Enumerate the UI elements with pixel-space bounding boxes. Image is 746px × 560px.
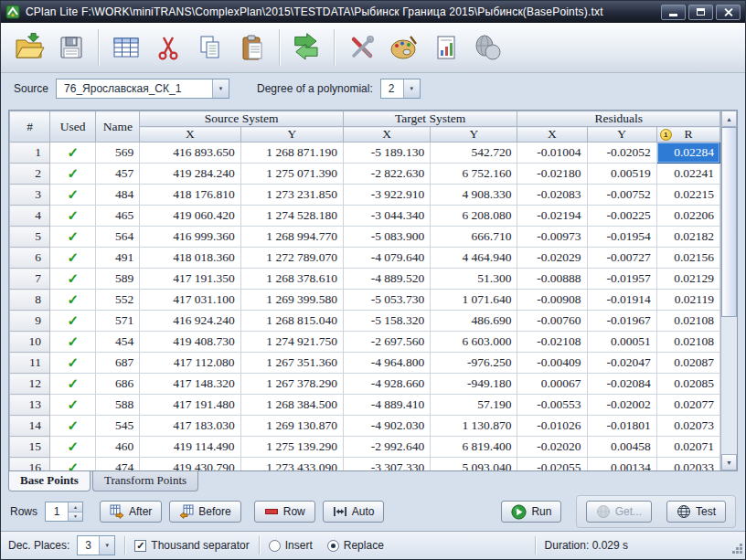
cell-name[interactable]: 686: [96, 374, 140, 395]
cell-ty[interactable]: 57.190: [431, 395, 517, 416]
dec-places-combobox[interactable]: 3 ▼: [77, 535, 115, 555]
cell-ry[interactable]: -0.02002: [587, 395, 656, 416]
paste-button[interactable]: [231, 26, 273, 69]
cell-sy[interactable]: 1 268 815.040: [240, 311, 343, 332]
cell-r[interactable]: 0.02206: [656, 206, 719, 227]
cell-ry[interactable]: -0.01957: [587, 269, 656, 290]
used-check-icon[interactable]: ✓: [50, 206, 96, 227]
cell-tx[interactable]: -4 889.520: [343, 269, 430, 290]
used-check-icon[interactable]: ✓: [50, 332, 96, 353]
cell-ry[interactable]: -0.01914: [587, 290, 656, 311]
cell-rx[interactable]: -0.00973: [517, 227, 587, 248]
row-index-cell[interactable]: 10: [10, 332, 50, 353]
column-group-residuals[interactable]: Residuals: [517, 111, 720, 127]
cell-rx[interactable]: -0.02194: [517, 206, 587, 227]
cell-sx[interactable]: 416 924.240: [140, 311, 240, 332]
get-button[interactable]: Get...: [586, 501, 652, 523]
cell-name[interactable]: 460: [96, 437, 140, 458]
cell-tx[interactable]: -5 083.900: [343, 227, 430, 248]
insert-after-button[interactable]: After: [100, 501, 162, 523]
combo-arrow-icon[interactable]: ▼: [99, 536, 114, 555]
row-index-cell[interactable]: 8: [10, 290, 50, 311]
cell-sy[interactable]: 1 274 921.750: [240, 332, 343, 353]
column-header-source-y[interactable]: Y: [240, 127, 343, 143]
combo-arrow-icon[interactable]: ▼: [212, 79, 229, 98]
used-check-icon[interactable]: ✓: [50, 227, 96, 248]
row-index-cell[interactable]: 7: [10, 269, 50, 290]
selected-cell[interactable]: 0.02284: [656, 143, 719, 164]
cell-rx[interactable]: -0.01004: [517, 143, 587, 164]
column-header-source-x[interactable]: X: [140, 127, 240, 143]
row-index-cell[interactable]: 4: [10, 206, 50, 227]
cell-name[interactable]: 457: [96, 164, 140, 185]
cell-ry[interactable]: -0.01954: [587, 227, 656, 248]
scroll-down-button[interactable]: ▼: [721, 454, 737, 470]
cell-sy[interactable]: 1 268 384.500: [240, 395, 343, 416]
rows-spinner[interactable]: 1 ▲ ▼: [45, 502, 83, 522]
cell-ry[interactable]: -0.02052: [587, 143, 656, 164]
cell-ty[interactable]: 6 752.160: [431, 164, 517, 185]
row-index-cell[interactable]: 1: [10, 143, 50, 164]
row-index-cell[interactable]: 2: [10, 164, 50, 185]
cell-ty[interactable]: 5 093.040: [431, 458, 517, 471]
cell-sy[interactable]: 1 274 528.180: [240, 206, 343, 227]
cell-tx[interactable]: -4 079.640: [343, 248, 430, 269]
column-header-used[interactable]: Used: [50, 111, 96, 143]
tools-button[interactable]: [341, 26, 383, 69]
maximize-button[interactable]: [688, 5, 713, 20]
cell-ty[interactable]: 1 130.870: [431, 416, 517, 437]
scrollbar-thumb[interactable]: [721, 127, 737, 317]
cell-r[interactable]: 0.02085: [656, 374, 719, 395]
cell-sx[interactable]: 416 999.360: [140, 227, 240, 248]
cell-tx[interactable]: -3 307.330: [343, 458, 430, 471]
cell-sy[interactable]: 1 268 871.190: [240, 143, 343, 164]
cell-tx[interactable]: -3 044.340: [343, 206, 430, 227]
cell-ty[interactable]: 1 071.640: [431, 290, 517, 311]
cell-ry[interactable]: -0.00727: [587, 248, 656, 269]
scrollbar-track[interactable]: [721, 127, 737, 454]
cell-sy[interactable]: 1 269 399.580: [240, 290, 343, 311]
transform-button[interactable]: [286, 26, 328, 69]
cell-ty[interactable]: 486.690: [431, 311, 517, 332]
cell-name[interactable]: 569: [96, 143, 140, 164]
delete-row-button[interactable]: Row: [254, 501, 315, 523]
cell-ry[interactable]: 0.00458: [587, 437, 656, 458]
cell-rx[interactable]: -0.02020: [517, 437, 587, 458]
cell-tx[interactable]: -4 889.410: [343, 395, 430, 416]
combo-arrow-icon[interactable]: ▼: [403, 79, 420, 98]
cell-name[interactable]: 552: [96, 290, 140, 311]
cell-sx[interactable]: 417 031.100: [140, 290, 240, 311]
tab-transform-points[interactable]: Transform Points: [92, 471, 198, 491]
cell-ry[interactable]: 0.00519: [587, 164, 656, 185]
row-index-cell[interactable]: 15: [10, 437, 50, 458]
degree-combobox[interactable]: 2 ▼: [380, 79, 421, 99]
cell-ry[interactable]: -0.02047: [587, 353, 656, 374]
cell-r[interactable]: 0.02087: [656, 353, 719, 374]
cell-sx[interactable]: 419 060.420: [140, 206, 240, 227]
cell-rx[interactable]: -0.00409: [517, 353, 587, 374]
cell-sx[interactable]: 419 430.790: [140, 458, 240, 471]
cut-button[interactable]: [147, 26, 189, 69]
close-button[interactable]: [716, 5, 741, 20]
row-index-cell[interactable]: 16: [10, 458, 50, 471]
cell-tx[interactable]: -2 822.630: [343, 164, 430, 185]
cell-sy[interactable]: 1 275 139.290: [240, 437, 343, 458]
used-check-icon[interactable]: ✓: [50, 395, 96, 416]
cell-ty[interactable]: 6 603.000: [431, 332, 517, 353]
cell-r[interactable]: 0.02215: [656, 185, 719, 206]
cell-name[interactable]: 687: [96, 353, 140, 374]
cell-sx[interactable]: 417 191.350: [140, 269, 240, 290]
cell-name[interactable]: 491: [96, 248, 140, 269]
cell-sy[interactable]: 1 275 071.390: [240, 164, 343, 185]
cell-r[interactable]: 0.02077: [656, 395, 719, 416]
used-check-icon[interactable]: ✓: [50, 458, 96, 471]
used-check-icon[interactable]: ✓: [50, 164, 96, 185]
column-header-r[interactable]: 1 R: [656, 127, 719, 143]
cell-rx[interactable]: -0.02029: [517, 248, 587, 269]
cell-r[interactable]: 0.02182: [656, 227, 719, 248]
palette-button[interactable]: [383, 26, 425, 69]
cell-ty[interactable]: -949.180: [431, 374, 517, 395]
cell-sy[interactable]: 1 273 231.850: [240, 185, 343, 206]
cell-ry[interactable]: -0.02084: [587, 374, 656, 395]
column-header-name[interactable]: Name: [96, 111, 140, 143]
